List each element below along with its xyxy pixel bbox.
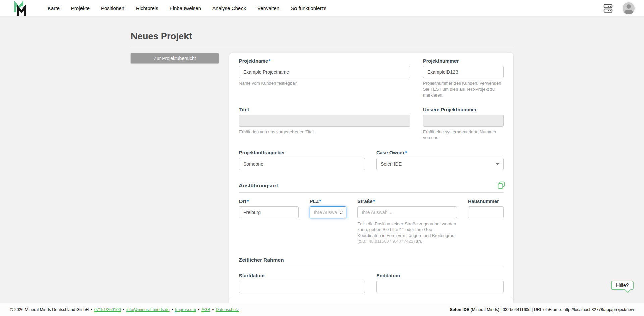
field-unsere-projektnummer: Unsere Projektnummer Erhält eine systemg… bbox=[423, 107, 504, 141]
field-enddatum: Enddatum bbox=[376, 273, 504, 293]
nav-item-einbauweisen[interactable]: Einbauweisen bbox=[170, 5, 201, 11]
copy-location-icon[interactable] bbox=[497, 181, 506, 191]
case-owner-label: Case Owner* bbox=[376, 150, 504, 155]
field-case-owner: Case Owner* Selen IDE bbox=[376, 150, 504, 170]
startdatum-input[interactable] bbox=[239, 281, 365, 293]
required-marker: * bbox=[269, 58, 271, 64]
strasse-input[interactable] bbox=[357, 206, 457, 218]
nav-menu: Karte Projekte Positionen Richtpreis Ein… bbox=[48, 5, 326, 11]
footer-link-impressum[interactable]: Impressum bbox=[175, 307, 196, 312]
nav-item-verwalten[interactable]: Verwalten bbox=[257, 5, 279, 11]
strasse-help: Falls die Position keiner Straße zugeord… bbox=[357, 221, 457, 244]
projektauftraggeber-input[interactable] bbox=[239, 158, 365, 170]
chevron-down-icon bbox=[496, 163, 499, 165]
field-projektname: Projektname* Name vom Kunden festlegbar bbox=[239, 58, 410, 98]
enddatum-label: Enddatum bbox=[376, 273, 504, 278]
nav-item-positionen[interactable]: Positionen bbox=[101, 5, 124, 11]
required-marker: * bbox=[405, 150, 407, 155]
strasse-label: Straße* bbox=[357, 199, 457, 204]
mineral-minds-logo-icon[interactable] bbox=[13, 1, 27, 16]
server-status-icon[interactable] bbox=[603, 3, 613, 13]
nav-item-so-funktionierts[interactable]: So funktioniert's bbox=[291, 5, 326, 11]
case-owner-select[interactable]: Selen IDE bbox=[376, 158, 504, 170]
field-projektnummer: Projektnummer Projektnummer des Kunden. … bbox=[423, 58, 504, 98]
startdatum-label: Startdatum bbox=[239, 273, 365, 278]
footer: © 2026 Mineral Minds Deutschland GmbH • … bbox=[0, 303, 644, 316]
field-titel: Titel Erhält den von uns vorgegebenen Ti… bbox=[239, 107, 410, 141]
field-projektauftraggeber: Projektauftraggeber bbox=[239, 150, 365, 170]
session-info: Selen IDE (Mineral Minds) | 032be441160d… bbox=[450, 307, 634, 312]
page-title: Neues Projekt bbox=[131, 31, 513, 42]
main-content: Neues Projekt Zur Projektübersicht Proje… bbox=[131, 17, 513, 302]
footer-link-datenschutz[interactable]: Datenschutz bbox=[216, 307, 239, 312]
nav-item-karte[interactable]: Karte bbox=[48, 5, 60, 11]
avatar-body-icon bbox=[624, 10, 633, 14]
footer-link-agb[interactable]: AGB bbox=[201, 307, 210, 312]
footer-link-phone[interactable]: 07151/250100 bbox=[94, 307, 121, 312]
nav-item-analyse-check[interactable]: Analyse Check bbox=[212, 5, 246, 11]
projektname-label: Projektname* bbox=[239, 58, 410, 64]
plz-label: PLZ* bbox=[310, 199, 346, 204]
ort-input[interactable] bbox=[239, 206, 299, 218]
field-strasse: Straße* bbox=[357, 199, 457, 218]
footer-link-email[interactable]: info@mineral-minds.de bbox=[126, 307, 170, 312]
unsere-projektnummer-help: Erhält eine systemgenerierte Nummer von … bbox=[423, 129, 504, 141]
top-navbar: Karte Projekte Positionen Richtpreis Ein… bbox=[0, 0, 644, 17]
required-marker: * bbox=[247, 199, 249, 204]
projektname-help: Name vom Kunden festlegbar bbox=[239, 80, 410, 86]
titel-label: Titel bbox=[239, 107, 410, 112]
title-divider bbox=[131, 47, 513, 47]
hilfe-button[interactable]: Hilfe? bbox=[611, 281, 634, 290]
field-startdatum: Startdatum bbox=[239, 273, 365, 293]
logo-m-icon bbox=[13, 1, 27, 16]
projektnummer-input[interactable] bbox=[423, 66, 504, 78]
titel-input bbox=[239, 115, 410, 127]
project-form-card: Projektname* Name vom Kunden festlegbar … bbox=[229, 53, 513, 302]
case-owner-selected-value: Selen IDE bbox=[381, 161, 402, 167]
avatar-head-icon bbox=[627, 4, 631, 9]
field-hausnummer: Hausnummer bbox=[468, 199, 504, 218]
projektauftraggeber-label: Projektauftraggeber bbox=[239, 150, 365, 155]
zur-projektuebersicht-button[interactable]: Zur Projektübersicht bbox=[131, 53, 219, 63]
unsere-projektnummer-input bbox=[423, 115, 504, 127]
field-ort: Ort* bbox=[239, 199, 299, 218]
required-marker: * bbox=[319, 199, 321, 204]
loading-spinner-icon bbox=[340, 210, 343, 214]
titel-help: Erhält den von uns vorgegebenen Titel. bbox=[239, 129, 410, 135]
copyright-text: © 2026 Mineral Minds Deutschland GmbH bbox=[10, 307, 89, 312]
section-zeitlicher-rahmen: Zeitlicher Rahmen bbox=[239, 257, 504, 267]
user-avatar[interactable] bbox=[623, 2, 635, 14]
projektname-input[interactable] bbox=[239, 66, 410, 78]
hausnummer-label: Hausnummer bbox=[468, 199, 504, 204]
projektnummer-label: Projektnummer bbox=[423, 58, 504, 64]
enddatum-input[interactable] bbox=[376, 281, 504, 293]
ort-label: Ort* bbox=[239, 199, 299, 204]
required-marker: * bbox=[373, 199, 375, 204]
section-ausfuehrungsort: Ausführungsort bbox=[239, 183, 504, 193]
field-plz: PLZ* bbox=[310, 199, 346, 218]
nav-item-richtpreis[interactable]: Richtpreis bbox=[136, 5, 158, 11]
unsere-projektnummer-label: Unsere Projektnummer bbox=[423, 107, 504, 112]
projektnummer-help: Projektnummer des Kunden. Verwenden Sie … bbox=[423, 80, 504, 98]
nav-item-projekte[interactable]: Projekte bbox=[71, 5, 90, 11]
hausnummer-input[interactable] bbox=[468, 206, 504, 218]
